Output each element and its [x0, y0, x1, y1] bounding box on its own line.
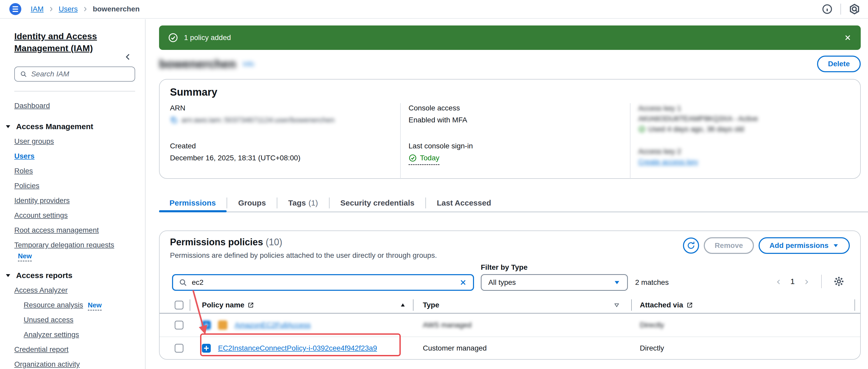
- policy-name-link[interactable]: EC2InstanceConnectPolicy-i-0392cee4f942f…: [218, 344, 377, 352]
- type-filter-select[interactable]: All types: [481, 274, 628, 291]
- page-number[interactable]: 1: [790, 277, 795, 286]
- q-hexagon-icon[interactable]: [849, 3, 860, 15]
- external-link-icon: [686, 302, 693, 308]
- close-icon[interactable]: [844, 33, 852, 42]
- section-access-reports[interactable]: Access reports: [5, 271, 137, 280]
- table-header-row: Policy name Type: [160, 297, 860, 314]
- sidebar-title-link[interactable]: Identity and Access Management (IAM): [14, 30, 123, 54]
- clear-search-icon[interactable]: [459, 278, 467, 287]
- section-access-management[interactable]: Access Management: [5, 122, 137, 131]
- sidebar-item-temporary-delegation-requests[interactable]: Temporary delegation requests: [14, 241, 114, 249]
- services-menu-icon[interactable]: [9, 3, 21, 15]
- iam-sidebar: Identity and Access Management (IAM) Das…: [0, 19, 146, 369]
- create-access-key-link-redacted[interactable]: Create access key: [638, 157, 860, 167]
- prev-page-icon[interactable]: ‹: [776, 276, 780, 287]
- triangle-down-outline-icon[interactable]: [614, 302, 620, 308]
- access-key-1-value-redacted: AKIA6ODU6TEAMP8KQ3XA - Active: [638, 114, 860, 124]
- column-attached-via[interactable]: Attached via: [631, 301, 855, 309]
- caret-down-icon: [614, 279, 620, 286]
- tab-tags[interactable]: Tags(1): [277, 194, 329, 212]
- sidebar-divider: [14, 91, 135, 91]
- console-access-label: Console access: [408, 103, 630, 113]
- add-permissions-button[interactable]: Add permissions: [758, 237, 850, 254]
- filter-by-type-label: Filter by Type: [481, 263, 628, 272]
- breadcrumb-current-user: bowenerchen: [93, 5, 140, 13]
- plus-square-icon[interactable]: [202, 344, 211, 352]
- last-signin-label: Last console sign-in: [408, 141, 630, 151]
- tab-groups[interactable]: Groups: [227, 194, 277, 212]
- sidebar-item-analyzer-settings[interactable]: Analyzer settings: [24, 330, 79, 339]
- sidebar-collapse-icon[interactable]: [124, 53, 132, 61]
- policy-name-link-redacted[interactable]: AmazonEC2FullAccess: [235, 321, 311, 329]
- policy-search-input[interactable]: [192, 278, 459, 287]
- refresh-button[interactable]: [683, 238, 699, 254]
- sidebar-item-access-analyzer[interactable]: Access Analyzer: [14, 286, 68, 295]
- sidebar-item-policies[interactable]: Policies: [14, 181, 39, 190]
- sidebar-item-roles[interactable]: Roles: [14, 166, 33, 176]
- delete-button[interactable]: Delete: [817, 56, 861, 72]
- access-key-1-label-redacted: Access key 1: [638, 103, 860, 114]
- sidebar-item-account-settings[interactable]: Account settings: [14, 211, 68, 220]
- top-navigation-bar: IAM Users bowenerchen: [0, 0, 868, 19]
- aws-policy-icon: [218, 320, 227, 330]
- caret-down-icon: [5, 273, 11, 278]
- sidebar-item-resource-analysis[interactable]: Resource analysis: [24, 301, 83, 309]
- summary-heading: Summary: [170, 86, 860, 98]
- tab-security-credentials[interactable]: Security credentials: [330, 194, 426, 212]
- sort-ascending-icon[interactable]: [400, 302, 406, 308]
- chevron-right-icon: [48, 6, 55, 12]
- match-count: 2 matches: [635, 278, 669, 287]
- caret-down-icon: [833, 242, 839, 249]
- sidebar-item-dashboard[interactable]: Dashboard: [14, 101, 50, 110]
- access-key-1-status-redacted: Used 4 days ago, 36 days old: [638, 124, 860, 134]
- remove-button[interactable]: Remove: [704, 237, 754, 254]
- sidebar-item-organization-activity[interactable]: Organization activity: [14, 360, 80, 369]
- sidebar-item-user-groups[interactable]: User groups: [14, 137, 54, 146]
- refresh-icon: [686, 241, 696, 250]
- permissions-description: Permissions are defined by policies atta…: [170, 251, 437, 259]
- page-title: bowenerchen: [159, 57, 236, 71]
- breadcrumb-iam[interactable]: IAM: [31, 5, 44, 13]
- column-policy-name[interactable]: Policy name: [190, 301, 413, 309]
- breadcrumb: IAM Users bowenerchen: [31, 5, 140, 13]
- detail-tabs: Permissions Groups Tags(1) Security cred…: [159, 194, 868, 212]
- sidebar-item-root-access-management[interactable]: Root access management: [14, 226, 99, 235]
- permissions-heading: Permissions policies (10): [170, 237, 437, 248]
- plus-square-icon[interactable]: [202, 321, 211, 330]
- caret-down-icon: [5, 124, 11, 129]
- sidebar-item-users[interactable]: Users: [14, 152, 35, 161]
- pagination: ‹ 1 ›: [776, 275, 845, 288]
- sidebar-item-credential-report[interactable]: Credential report: [14, 345, 69, 354]
- select-all-checkbox[interactable]: [175, 301, 184, 309]
- breadcrumb-users[interactable]: Users: [59, 5, 78, 13]
- arn-value-redacted[interactable]: arn:aws:iam::503734671124:user/bowenerch…: [170, 115, 400, 125]
- last-signin-value: Today: [408, 153, 439, 165]
- column-type[interactable]: Type: [413, 301, 631, 309]
- permissions-policies-card: Permissions policies (10) Permissions ar…: [159, 230, 861, 360]
- external-link-icon: [247, 302, 254, 308]
- flash-message: 1 policy added: [184, 33, 231, 42]
- check-circle-icon: [408, 154, 417, 162]
- sidebar-item-unused-access[interactable]: Unused access: [24, 315, 73, 324]
- policy-type: Customer managed: [423, 344, 487, 352]
- next-page-icon[interactable]: ›: [805, 276, 809, 287]
- info-link[interactable]: Info: [243, 60, 254, 68]
- tab-permissions[interactable]: Permissions: [159, 194, 227, 212]
- info-icon[interactable]: [822, 4, 833, 14]
- magnifier-icon: [179, 278, 187, 287]
- policy-type-redacted: AWS managed: [423, 321, 471, 329]
- row-checkbox[interactable]: [175, 344, 184, 352]
- tab-last-accessed[interactable]: Last Accessed: [426, 194, 502, 212]
- table-row: EC2InstanceConnectPolicy-i-0392cee4f942f…: [160, 337, 860, 359]
- check-circle-icon: [638, 125, 646, 133]
- attached-via: Directly: [640, 344, 664, 352]
- row-checkbox[interactable]: [175, 321, 184, 330]
- sidebar-search[interactable]: [14, 66, 135, 82]
- iam-user-detail-page: IAM Users bowenerchen: [0, 0, 868, 369]
- chevron-right-icon: [82, 6, 89, 12]
- gear-icon[interactable]: [833, 276, 845, 287]
- policy-search-box[interactable]: [172, 274, 474, 291]
- search-iam-input[interactable]: [31, 70, 129, 78]
- policies-table: Policy name Type: [160, 297, 860, 359]
- sidebar-item-identity-providers[interactable]: Identity providers: [14, 196, 70, 205]
